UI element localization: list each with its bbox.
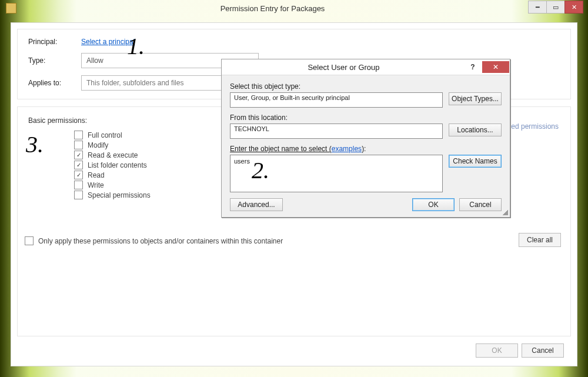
maximize-button[interactable]: ▭ — [546, 1, 565, 14]
location-field: TECHNOYL — [230, 124, 443, 139]
close-button[interactable]: ✕ — [564, 1, 583, 14]
dialog-close-button[interactable]: ✕ — [482, 61, 509, 73]
applies-to-label: Applies to: — [28, 79, 81, 87]
locations-button[interactable]: Locations... — [449, 124, 502, 136]
object-types-button[interactable]: Object Types... — [449, 92, 502, 105]
perm-label: Read — [88, 171, 105, 179]
window-controls: ━ ▭ ✕ — [529, 1, 588, 12]
resize-grip-icon[interactable] — [501, 208, 508, 215]
select-user-group-dialog: Select User or Group ? ✕ Select this obj… — [221, 59, 510, 218]
checkbox-icon[interactable] — [74, 131, 83, 139]
enter-label-pre: Enter the object name to select ( — [230, 145, 332, 153]
dialog-titlebar[interactable]: Select User or Group ? ✕ — [222, 59, 510, 75]
help-button[interactable]: ? — [466, 63, 480, 71]
cancel-button[interactable]: Cancel — [522, 343, 564, 358]
enter-object-name-label: Enter the object name to select (example… — [230, 145, 502, 153]
checkbox-icon[interactable] — [74, 141, 83, 149]
checkbox-icon[interactable] — [74, 191, 83, 199]
enter-label-post: ): — [362, 145, 366, 153]
perm-label: Special permissions — [88, 191, 151, 199]
select-principal-link[interactable]: Select a principal — [81, 38, 135, 46]
app-icon — [6, 3, 16, 14]
perm-label: Modify — [88, 141, 108, 149]
object-type-label: Select this object type: — [230, 82, 502, 91]
titlebar: Permission Entry for Packages ━ ▭ ✕ — [0, 0, 588, 16]
applies-to-value: This folder, subfolders and files — [86, 79, 183, 87]
type-label: Type: — [28, 56, 81, 65]
perm-label: List folder contents — [88, 161, 147, 169]
principal-label: Principal: — [28, 38, 81, 46]
dialog-actions: OK Cancel — [476, 343, 564, 358]
type-value: Allow — [86, 56, 103, 65]
only-apply-row[interactable]: Only apply these permissions to objects … — [25, 236, 283, 245]
dialog-title: Select User or Group — [222, 63, 466, 72]
only-apply-label: Only apply these permissions to objects … — [38, 237, 283, 245]
checkbox-icon[interactable]: ✓ — [74, 151, 83, 159]
minimize-button[interactable]: ━ — [528, 1, 547, 14]
perm-label: Full control — [88, 131, 122, 139]
check-names-button[interactable]: Check Names — [449, 155, 502, 168]
perm-label: Read & execute — [88, 151, 138, 159]
location-label: From this location: — [230, 114, 502, 122]
perm-label: Write — [88, 181, 104, 189]
checkbox-icon[interactable]: ✓ — [74, 161, 83, 169]
clear-all-button[interactable]: Clear all — [519, 233, 561, 247]
checkbox-icon[interactable] — [25, 236, 34, 245]
examples-link[interactable]: examples — [332, 145, 362, 153]
object-type-field: User, Group, or Built-in security princi… — [230, 92, 443, 108]
checkbox-icon[interactable] — [74, 181, 83, 189]
object-name-input[interactable]: users — [230, 155, 443, 192]
checkbox-icon[interactable]: ✓ — [74, 171, 83, 179]
ok-button[interactable]: OK — [476, 343, 518, 358]
advanced-button[interactable]: Advanced... — [230, 198, 283, 211]
dialog-ok-button[interactable]: OK — [412, 198, 455, 211]
window-title: Permission Entry for Packages — [16, 4, 529, 13]
dialog-cancel-button[interactable]: Cancel — [459, 198, 502, 211]
